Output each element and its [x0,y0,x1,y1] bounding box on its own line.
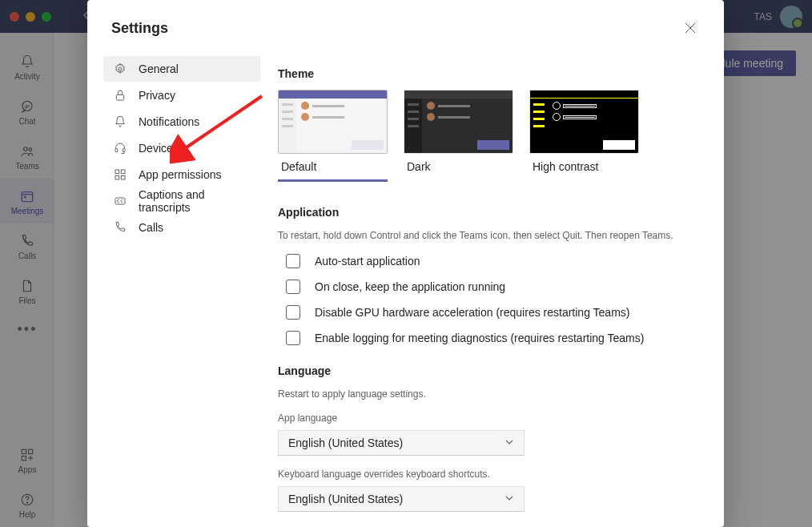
svg-rect-14 [115,170,119,174]
nav-label: Privacy [139,89,175,102]
dialog-title: Settings [111,20,168,37]
theme-option-high-contrast[interactable]: High contrast [529,90,639,182]
phone-icon [113,220,127,235]
checkbox-logging[interactable]: Enable logging for meeting diagnostics (… [278,331,700,345]
nav-label: Devices [139,142,179,155]
theme-heading: Theme [278,67,700,80]
checkbox-input[interactable] [286,305,300,320]
checkbox-label: Enable logging for meeting diagnostics (… [315,332,644,344]
app-language-label: App language [278,412,700,424]
application-heading: Application [278,206,700,219]
theme-label: Default [278,154,388,182]
language-heading: Language [278,364,700,377]
lock-icon [113,88,127,103]
settings-nav-privacy[interactable]: Privacy [103,82,260,108]
theme-options: Default Dark High contrast [278,90,700,182]
nav-label: Calls [139,221,163,234]
settings-nav: General Privacy Notifications Devices Ap… [87,56,271,527]
select-value: English (United States) [288,436,403,449]
nav-label: Captions and transcripts [139,188,251,214]
checkbox-label: Auto-start application [315,255,420,268]
nav-label: General [139,62,179,75]
apps-icon [113,167,127,182]
settings-nav-general[interactable]: General [103,56,260,82]
settings-nav-notifications[interactable]: Notifications [103,109,260,135]
dialog-close-button[interactable] [681,18,700,38]
svg-rect-18 [115,198,125,204]
theme-preview-dark [404,90,513,154]
nav-label: App permissions [139,168,222,181]
svg-rect-12 [115,149,118,152]
headset-icon [113,141,127,155]
settings-nav-devices[interactable]: Devices [103,135,260,161]
theme-preview-default [278,90,388,154]
checkbox-label: Disable GPU hardware acceleration (requi… [315,306,629,319]
theme-label: High contrast [529,154,639,179]
nav-label: Notifications [139,115,199,128]
app-language-select[interactable]: English (United States) [278,430,525,456]
svg-point-10 [119,67,122,70]
captions-icon [113,194,127,208]
theme-option-default[interactable]: Default [278,90,388,182]
checkbox-input[interactable] [286,254,300,268]
close-icon [685,22,696,34]
language-subtext: Restart to apply language settings. [278,387,700,401]
application-subtext: To restart, hold down Control and click … [278,228,700,243]
svg-rect-11 [116,95,123,100]
bell-icon [113,115,127,129]
chevron-down-icon [504,493,514,505]
checkbox-autostart[interactable]: Auto-start application [278,254,700,268]
dialog-header: Settings [87,0,724,56]
settings-nav-captions[interactable]: Captions and transcripts [103,188,260,214]
chevron-down-icon [504,436,514,449]
checkbox-disable-gpu[interactable]: Disable GPU hardware acceleration (requi… [278,305,700,320]
checkbox-input[interactable] [286,280,300,294]
svg-rect-17 [121,175,125,179]
gear-icon [113,62,127,76]
settings-content: Theme Default Dark [271,56,724,527]
keyboard-language-select[interactable]: English (United States) [278,486,525,512]
theme-option-dark[interactable]: Dark [404,90,513,182]
keyboard-language-label: Keyboard language overrides keyboard sho… [278,469,700,480]
settings-nav-app-permissions[interactable]: App permissions [103,162,260,187]
settings-dialog: Settings General Privacy Notifications D… [87,0,724,527]
settings-nav-calls[interactable]: Calls [103,215,260,240]
checkbox-keep-running[interactable]: On close, keep the application running [278,280,700,294]
checkbox-input[interactable] [286,331,300,345]
svg-rect-16 [115,175,119,179]
svg-rect-15 [121,170,125,174]
theme-label: Dark [404,154,513,179]
checkbox-label: On close, keep the application running [315,280,505,293]
select-value: English (United States) [288,493,403,505]
svg-rect-13 [123,149,125,152]
theme-preview-high-contrast [529,90,639,154]
